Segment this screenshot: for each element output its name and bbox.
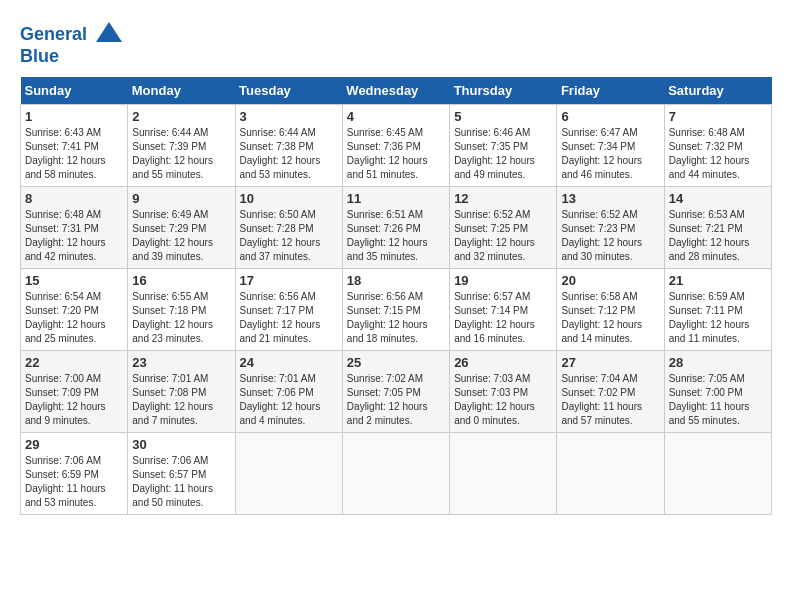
calendar-cell: 29Sunrise: 7:06 AM Sunset: 6:59 PM Dayli… [21,433,128,515]
calendar-cell: 7Sunrise: 6:48 AM Sunset: 7:32 PM Daylig… [664,105,771,187]
calendar-week-row: 15Sunrise: 6:54 AM Sunset: 7:20 PM Dayli… [21,269,772,351]
weekday-header: Sunday [21,77,128,105]
day-number: 20 [561,273,659,288]
day-info: Sunrise: 6:59 AM Sunset: 7:11 PM Dayligh… [669,290,767,346]
calendar-cell [235,433,342,515]
calendar-cell: 28Sunrise: 7:05 AM Sunset: 7:00 PM Dayli… [664,351,771,433]
weekday-header: Thursday [450,77,557,105]
day-number: 21 [669,273,767,288]
calendar-cell: 13Sunrise: 6:52 AM Sunset: 7:23 PM Dayli… [557,187,664,269]
day-number: 11 [347,191,445,206]
weekday-header: Wednesday [342,77,449,105]
day-info: Sunrise: 6:44 AM Sunset: 7:39 PM Dayligh… [132,126,230,182]
calendar-cell: 15Sunrise: 6:54 AM Sunset: 7:20 PM Dayli… [21,269,128,351]
day-info: Sunrise: 6:52 AM Sunset: 7:23 PM Dayligh… [561,208,659,264]
day-info: Sunrise: 6:48 AM Sunset: 7:31 PM Dayligh… [25,208,123,264]
calendar-cell: 5Sunrise: 6:46 AM Sunset: 7:35 PM Daylig… [450,105,557,187]
day-info: Sunrise: 7:06 AM Sunset: 6:59 PM Dayligh… [25,454,123,510]
day-info: Sunrise: 6:56 AM Sunset: 7:17 PM Dayligh… [240,290,338,346]
day-info: Sunrise: 6:44 AM Sunset: 7:38 PM Dayligh… [240,126,338,182]
day-info: Sunrise: 6:57 AM Sunset: 7:14 PM Dayligh… [454,290,552,346]
day-number: 15 [25,273,123,288]
calendar-cell: 2Sunrise: 6:44 AM Sunset: 7:39 PM Daylig… [128,105,235,187]
day-info: Sunrise: 6:55 AM Sunset: 7:18 PM Dayligh… [132,290,230,346]
day-info: Sunrise: 6:58 AM Sunset: 7:12 PM Dayligh… [561,290,659,346]
calendar-week-row: 29Sunrise: 7:06 AM Sunset: 6:59 PM Dayli… [21,433,772,515]
calendar-cell: 9Sunrise: 6:49 AM Sunset: 7:29 PM Daylig… [128,187,235,269]
day-number: 22 [25,355,123,370]
day-number: 3 [240,109,338,124]
day-number: 4 [347,109,445,124]
day-info: Sunrise: 6:54 AM Sunset: 7:20 PM Dayligh… [25,290,123,346]
day-info: Sunrise: 6:43 AM Sunset: 7:41 PM Dayligh… [25,126,123,182]
day-info: Sunrise: 6:49 AM Sunset: 7:29 PM Dayligh… [132,208,230,264]
calendar-cell: 14Sunrise: 6:53 AM Sunset: 7:21 PM Dayli… [664,187,771,269]
day-info: Sunrise: 7:00 AM Sunset: 7:09 PM Dayligh… [25,372,123,428]
day-info: Sunrise: 7:01 AM Sunset: 7:06 PM Dayligh… [240,372,338,428]
day-info: Sunrise: 6:48 AM Sunset: 7:32 PM Dayligh… [669,126,767,182]
calendar-cell: 12Sunrise: 6:52 AM Sunset: 7:25 PM Dayli… [450,187,557,269]
calendar-cell [557,433,664,515]
day-info: Sunrise: 7:01 AM Sunset: 7:08 PM Dayligh… [132,372,230,428]
day-info: Sunrise: 6:47 AM Sunset: 7:34 PM Dayligh… [561,126,659,182]
day-number: 1 [25,109,123,124]
day-info: Sunrise: 6:53 AM Sunset: 7:21 PM Dayligh… [669,208,767,264]
calendar-cell: 26Sunrise: 7:03 AM Sunset: 7:03 PM Dayli… [450,351,557,433]
day-number: 6 [561,109,659,124]
day-number: 13 [561,191,659,206]
calendar-cell: 11Sunrise: 6:51 AM Sunset: 7:26 PM Dayli… [342,187,449,269]
calendar-cell [342,433,449,515]
day-info: Sunrise: 7:02 AM Sunset: 7:05 PM Dayligh… [347,372,445,428]
day-info: Sunrise: 7:05 AM Sunset: 7:00 PM Dayligh… [669,372,767,428]
day-number: 25 [347,355,445,370]
weekday-header-row: SundayMondayTuesdayWednesdayThursdayFrid… [21,77,772,105]
day-number: 28 [669,355,767,370]
weekday-header: Tuesday [235,77,342,105]
calendar-cell: 3Sunrise: 6:44 AM Sunset: 7:38 PM Daylig… [235,105,342,187]
day-info: Sunrise: 7:03 AM Sunset: 7:03 PM Dayligh… [454,372,552,428]
day-number: 10 [240,191,338,206]
day-info: Sunrise: 7:06 AM Sunset: 6:57 PM Dayligh… [132,454,230,510]
calendar-cell: 17Sunrise: 6:56 AM Sunset: 7:17 PM Dayli… [235,269,342,351]
calendar-week-row: 1Sunrise: 6:43 AM Sunset: 7:41 PM Daylig… [21,105,772,187]
day-number: 9 [132,191,230,206]
day-number: 30 [132,437,230,452]
day-number: 27 [561,355,659,370]
day-number: 7 [669,109,767,124]
day-number: 24 [240,355,338,370]
calendar-cell: 23Sunrise: 7:01 AM Sunset: 7:08 PM Dayli… [128,351,235,433]
day-number: 26 [454,355,552,370]
weekday-header: Friday [557,77,664,105]
day-number: 8 [25,191,123,206]
weekday-header: Saturday [664,77,771,105]
logo: General Blue [20,20,124,67]
svg-marker-0 [96,22,122,42]
day-info: Sunrise: 6:46 AM Sunset: 7:35 PM Dayligh… [454,126,552,182]
weekday-header: Monday [128,77,235,105]
day-number: 17 [240,273,338,288]
day-info: Sunrise: 6:45 AM Sunset: 7:36 PM Dayligh… [347,126,445,182]
calendar-cell: 24Sunrise: 7:01 AM Sunset: 7:06 PM Dayli… [235,351,342,433]
day-info: Sunrise: 6:50 AM Sunset: 7:28 PM Dayligh… [240,208,338,264]
calendar-cell: 8Sunrise: 6:48 AM Sunset: 7:31 PM Daylig… [21,187,128,269]
day-number: 29 [25,437,123,452]
day-info: Sunrise: 6:52 AM Sunset: 7:25 PM Dayligh… [454,208,552,264]
day-number: 14 [669,191,767,206]
calendar-cell: 16Sunrise: 6:55 AM Sunset: 7:18 PM Dayli… [128,269,235,351]
day-info: Sunrise: 6:51 AM Sunset: 7:26 PM Dayligh… [347,208,445,264]
calendar-cell: 10Sunrise: 6:50 AM Sunset: 7:28 PM Dayli… [235,187,342,269]
day-number: 23 [132,355,230,370]
day-info: Sunrise: 7:04 AM Sunset: 7:02 PM Dayligh… [561,372,659,428]
day-number: 18 [347,273,445,288]
calendar-cell: 21Sunrise: 6:59 AM Sunset: 7:11 PM Dayli… [664,269,771,351]
calendar-cell: 22Sunrise: 7:00 AM Sunset: 7:09 PM Dayli… [21,351,128,433]
calendar-cell: 19Sunrise: 6:57 AM Sunset: 7:14 PM Dayli… [450,269,557,351]
calendar-cell: 20Sunrise: 6:58 AM Sunset: 7:12 PM Dayli… [557,269,664,351]
calendar-cell: 18Sunrise: 6:56 AM Sunset: 7:15 PM Dayli… [342,269,449,351]
day-number: 16 [132,273,230,288]
day-number: 19 [454,273,552,288]
calendar-table: SundayMondayTuesdayWednesdayThursdayFrid… [20,77,772,515]
calendar-week-row: 22Sunrise: 7:00 AM Sunset: 7:09 PM Dayli… [21,351,772,433]
day-number: 12 [454,191,552,206]
calendar-cell: 4Sunrise: 6:45 AM Sunset: 7:36 PM Daylig… [342,105,449,187]
